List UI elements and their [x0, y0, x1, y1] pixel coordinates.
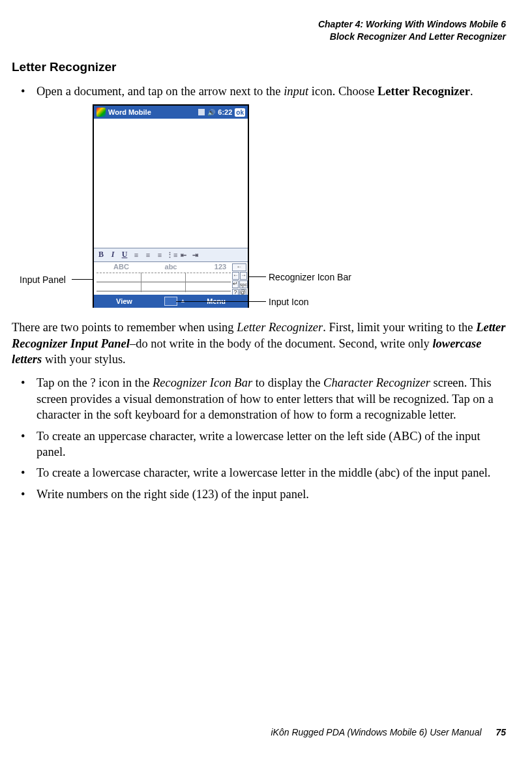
text-em: input [284, 85, 308, 98]
text: Open a document, and tap on the arrow ne… [37, 85, 284, 98]
device-frame: Word Mobile 6:22 ok B I U ≡ ≡ ≡ ⋮≡ ⇤ [93, 104, 249, 308]
page-header: Chapter 4: Working With Windows Mobile 6… [12, 18, 506, 43]
callout-input-icon: Input Icon [269, 296, 309, 308]
cursor-right-icon[interactable]: → [240, 272, 247, 280]
italic-button[interactable]: I [108, 250, 118, 260]
ok-button[interactable]: ok [235, 108, 245, 117]
underline-button[interactable]: U [119, 250, 130, 260]
titlebar: Word Mobile 6:22 ok [94, 106, 248, 119]
cursor-left-icon[interactable]: ← [232, 272, 239, 280]
format-toolbar: B I U ≡ ≡ ≡ ⋮≡ ⇤ ⇥ [94, 248, 248, 262]
list-item: To create an uppercase character, write … [12, 428, 506, 460]
bullets-icon[interactable]: ⋮≡ [166, 250, 177, 260]
input-panel[interactable]: ABC abc 123 ← ← [94, 262, 248, 295]
zone-upper: ABC [96, 262, 146, 272]
zone-lower: abc [146, 262, 196, 272]
bold-button[interactable]: B [96, 250, 106, 260]
page-number: 75 [495, 727, 506, 737]
view-menu[interactable]: View [116, 297, 132, 306]
clock: 6:22 [218, 108, 232, 117]
text: . [470, 85, 473, 98]
recognizer-icon-bar: ← ← → ↵ spc ? @ [232, 263, 246, 297]
paragraph: There are two points to remember when us… [12, 319, 506, 367]
footer-text: iKôn Rugged PDA (Windows Mobile 6) User … [271, 727, 481, 737]
header-section: Block Recognizer And Letter Recognizer [12, 31, 506, 43]
backspace-icon[interactable]: ← [232, 263, 246, 271]
align-center-icon[interactable]: ≡ [143, 250, 153, 260]
align-left-icon[interactable]: ≡ [131, 250, 141, 260]
page-footer: iKôn Rugged PDA (Windows Mobile 6) User … [26, 727, 506, 737]
header-chapter: Chapter 4: Working With Windows Mobile 6 [12, 18, 506, 31]
list-item: Tap on the ? icon in the Recognizer Icon… [12, 375, 506, 423]
align-right-icon[interactable]: ≡ [155, 250, 165, 260]
signal-icon[interactable] [198, 109, 205, 115]
document-body[interactable] [94, 119, 248, 248]
speaker-icon[interactable] [207, 108, 215, 117]
input-icon[interactable] [164, 297, 177, 306]
enter-icon[interactable]: ↵ [232, 280, 239, 288]
callout-input-panel: Input Panel [20, 274, 66, 286]
start-icon[interactable] [96, 108, 106, 117]
space-icon[interactable]: spc [239, 280, 248, 288]
list-item: To create a lowercase character, write a… [12, 465, 506, 481]
text: icon. Choose [308, 85, 377, 98]
writing-area[interactable] [96, 273, 231, 292]
outdent-icon[interactable]: ⇤ [178, 250, 188, 260]
list-item: Write numbers on the right side (123) of… [12, 486, 506, 502]
section-title: Letter Recognizer [12, 60, 506, 74]
indent-icon[interactable]: ⇥ [190, 250, 200, 260]
text-bold: Letter Recognizer [377, 85, 470, 98]
intro-bullet: Open a document, and tap on the arrow ne… [12, 83, 506, 99]
app-title: Word Mobile [108, 108, 151, 117]
callout-recognizer-bar: Recognizer Icon Bar [269, 271, 351, 283]
figure-screenshot: Word Mobile 6:22 ok B I U ≡ ≡ ≡ ⋮≡ ⇤ [64, 104, 455, 313]
